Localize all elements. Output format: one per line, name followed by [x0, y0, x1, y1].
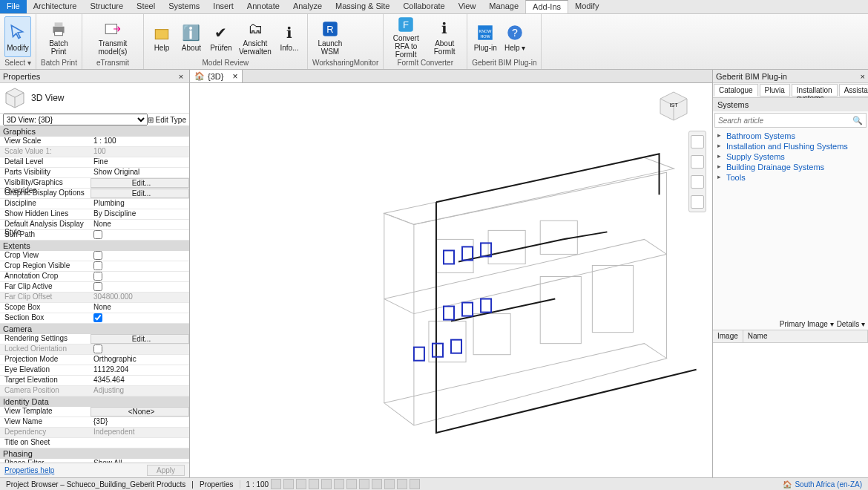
col-name[interactable]: Name: [743, 330, 868, 342]
prop-value[interactable]: 1 : 100: [91, 137, 189, 146]
prop-value[interactable]: Adjusting: [91, 386, 189, 396]
nav-wheel-icon[interactable]: [691, 195, 704, 209]
edit-type-button[interactable]: ⊞Edit Type: [148, 116, 186, 124]
tab-add-ins[interactable]: Add-Ins: [525, 0, 568, 13]
search-icon[interactable]: 🔍: [852, 116, 863, 125]
tab-massing-site[interactable]: Massing & Site: [329, 0, 396, 13]
status-icon-11[interactable]: [397, 479, 407, 489]
prop-value[interactable]: [91, 272, 189, 281]
status-icon-10[interactable]: [384, 479, 395, 489]
tab-annotate[interactable]: Annotate: [240, 0, 286, 13]
status-icon-1[interactable]: [271, 479, 281, 489]
view-selector[interactable]: 3D View: {3D}: [3, 114, 148, 125]
prop-value[interactable]: None: [91, 220, 189, 229]
prop-value[interactable]: None: [91, 303, 189, 313]
prop-value[interactable]: [91, 230, 189, 240]
status-icon-6[interactable]: [334, 479, 344, 489]
nav-orbit-icon[interactable]: [691, 175, 704, 189]
help-button[interactable]: Help: [148, 16, 175, 57]
prop-value[interactable]: Edit...: [91, 334, 189, 344]
status-icon-9[interactable]: [372, 479, 382, 489]
prop-value[interactable]: 11129.204: [91, 365, 189, 375]
region-label[interactable]: South Africa (en-ZA): [795, 480, 862, 489]
convert-rfa-button[interactable]: FConvert RFA to FormIt: [388, 16, 424, 57]
about-button[interactable]: ℹ️About: [178, 16, 205, 57]
prop-value[interactable]: [91, 261, 189, 271]
status-scale[interactable]: 1 : 100: [246, 480, 269, 489]
prop-value[interactable]: 100: [91, 147, 189, 157]
tab-architecture[interactable]: Architecture: [27, 0, 84, 13]
prop-value[interactable]: By Discipline: [91, 209, 189, 219]
prop-value[interactable]: [91, 282, 189, 292]
status-icon-12[interactable]: [410, 479, 420, 489]
rtab-installation[interactable]: Installation systems: [792, 84, 838, 97]
view-tab[interactable]: 🏠 {3D} ×: [190, 70, 243, 82]
prop-value[interactable]: Independent: [91, 428, 189, 437]
search-input[interactable]: [718, 117, 852, 125]
transmit-models-button[interactable]: Transmit model(s): [87, 16, 139, 57]
prop-value[interactable]: 4345.464: [91, 376, 189, 385]
tab-view[interactable]: View: [452, 0, 483, 13]
status-icon-4[interactable]: [309, 479, 319, 489]
tab-insert[interactable]: Insert: [206, 0, 240, 13]
prop-checkbox[interactable]: [93, 272, 102, 281]
prop-value[interactable]: Edit...: [91, 189, 189, 198]
status-icon-3[interactable]: [296, 479, 306, 489]
tab-systems[interactable]: Systems: [162, 0, 206, 13]
status-icon-5[interactable]: [321, 479, 332, 489]
tab-file[interactable]: File: [0, 0, 27, 13]
tab-modify[interactable]: Modify: [568, 0, 605, 13]
prop-value[interactable]: {3D}: [91, 417, 189, 427]
prop-checkbox[interactable]: [93, 282, 102, 291]
status-icon-2[interactable]: [283, 479, 294, 489]
nav-pan-icon[interactable]: [691, 135, 704, 148]
prop-value[interactable]: Fine: [91, 157, 189, 167]
rtab-assistants[interactable]: Assistants: [839, 84, 868, 97]
modify-button[interactable]: Modify: [4, 16, 31, 57]
prop-value[interactable]: [91, 438, 189, 448]
rtab-pluvia[interactable]: Pluvia: [760, 84, 790, 97]
view-cube[interactable]: IST: [656, 89, 691, 125]
status-icon-8[interactable]: [359, 479, 369, 489]
prop-value[interactable]: [91, 344, 189, 354]
tree-tools[interactable]: Tools: [717, 172, 864, 183]
col-image[interactable]: Image: [713, 330, 743, 342]
verwalten-button[interactable]: 🗂Ansicht Verwalten: [237, 16, 273, 57]
apply-button[interactable]: Apply: [147, 465, 185, 476]
geberit-close-icon[interactable]: ×: [861, 72, 865, 81]
prop-checkbox[interactable]: [93, 230, 102, 239]
about-formit-button[interactable]: ℹAbout FormIt: [427, 16, 462, 57]
tree-bathroom[interactable]: Bathroom Systems: [717, 131, 864, 141]
batch-print-button[interactable]: Batch Print: [41, 16, 76, 57]
tree-supply[interactable]: Supply Systems: [717, 151, 864, 162]
prop-value[interactable]: Plumbing: [91, 199, 189, 209]
nav-zoom-icon[interactable]: [691, 155, 704, 169]
prop-value[interactable]: [91, 313, 189, 323]
geberit-help-button[interactable]: ?Help ▾: [502, 16, 528, 57]
prop-value[interactable]: <None>: [91, 407, 189, 416]
view-tab-close-icon[interactable]: ×: [232, 71, 237, 82]
prop-value[interactable]: Edit...: [91, 178, 189, 188]
model-canvas[interactable]: IST: [190, 83, 712, 477]
geberit-plugin-button[interactable]: KNOWHOWPlug-in: [472, 16, 499, 57]
prop-checkbox[interactable]: [93, 344, 102, 353]
prop-checkbox[interactable]: [93, 261, 102, 270]
prop-value[interactable]: 304800.000: [91, 293, 189, 302]
details-link[interactable]: Details ▾: [837, 320, 865, 328]
prop-value[interactable]: [91, 251, 189, 261]
properties-help-link[interactable]: Properties help: [4, 466, 54, 474]
prop-value[interactable]: Orthographic: [91, 355, 189, 365]
info-button[interactable]: ℹInfo...: [276, 16, 303, 57]
tab-structure[interactable]: Structure: [83, 0, 130, 13]
navigation-bar[interactable]: [688, 131, 706, 212]
tree-drainage[interactable]: Building Drainage Systems: [717, 162, 864, 172]
launch-wsm-button[interactable]: R Launch WSM: [312, 16, 348, 57]
tab-analyze[interactable]: Analyze: [286, 0, 329, 13]
properties-close-icon[interactable]: ×: [176, 72, 186, 81]
pruefen-button[interactable]: ✔Prüfen: [208, 16, 234, 57]
status-icon-7[interactable]: [346, 479, 357, 489]
status-tab-properties[interactable]: Properties: [197, 480, 237, 489]
status-tab-browser[interactable]: Project Browser – Schueco_Building_Geber…: [3, 480, 188, 489]
prop-checkbox[interactable]: [93, 251, 102, 260]
rtab-catalogue[interactable]: Catalogue: [714, 84, 758, 97]
